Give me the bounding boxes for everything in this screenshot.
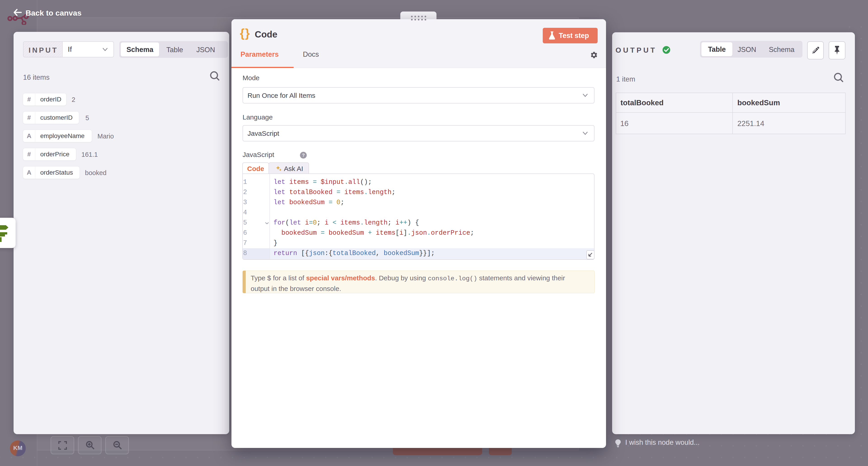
svg-text:?: ? bbox=[302, 153, 305, 158]
